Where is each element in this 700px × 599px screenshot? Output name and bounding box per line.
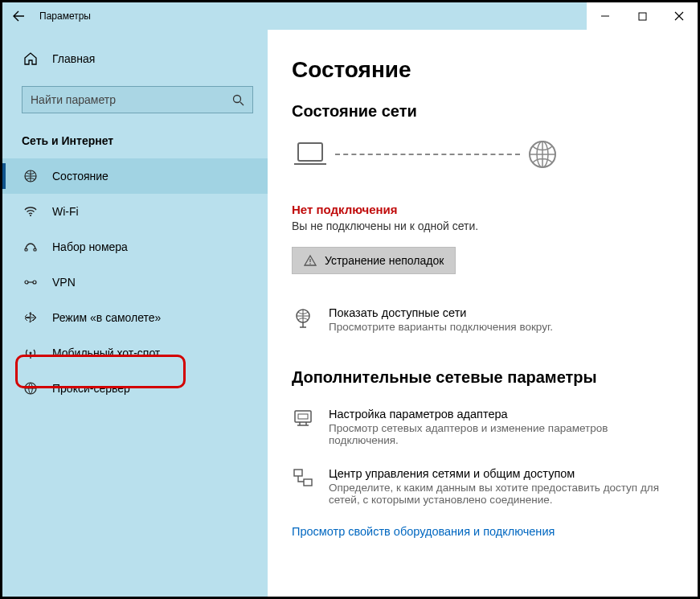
sharing-center-action[interactable]: Центр управления сетями и общим доступом… <box>292 467 673 506</box>
status-section-title: Состояние сети <box>292 102 673 121</box>
show-networks-desc: Просмотрите варианты подключения вокруг. <box>329 321 553 333</box>
back-button[interactable] <box>2 2 35 30</box>
svg-rect-17 <box>294 470 302 476</box>
troubleshoot-label: Устранение неполадок <box>325 254 444 267</box>
sidebar-item-airplane[interactable]: Режим «в самолете» <box>2 300 268 335</box>
internet-globe-icon <box>526 138 559 170</box>
no-connection-sub: Вы не подключены ни к одной сети. <box>292 219 673 232</box>
titlebar: Параметры <box>2 2 698 30</box>
close-button[interactable] <box>661 2 698 30</box>
svg-rect-0 <box>639 13 646 20</box>
network-diagram <box>292 138 673 170</box>
adapter-settings-action[interactable]: Настройка параметров адаптера Просмотр с… <box>292 408 673 446</box>
sidebar-item-label: Мобильный хот-спот <box>52 347 160 359</box>
no-connection-title: Нет подключения <box>292 203 673 216</box>
svg-point-3 <box>30 215 31 216</box>
maximize-button[interactable] <box>624 2 661 30</box>
search-input[interactable] <box>31 93 231 106</box>
show-networks-icon <box>292 306 319 333</box>
sidebar-item-label: Режим «в самолете» <box>52 311 161 324</box>
page-title: Состояние <box>292 57 673 83</box>
svg-rect-18 <box>304 479 312 486</box>
warning-icon <box>304 254 317 267</box>
sidebar-home[interactable]: Главная <box>2 44 268 73</box>
advanced-section-title: Дополнительные сетевые параметры <box>292 368 673 387</box>
back-arrow-icon <box>12 10 25 23</box>
adapter-title: Настройка параметров адаптера <box>329 408 673 421</box>
sidebar-home-label: Главная <box>52 52 95 65</box>
dialup-icon <box>22 240 39 254</box>
svg-point-7 <box>33 281 36 284</box>
svg-rect-10 <box>298 143 322 161</box>
sidebar-item-label: Состояние <box>52 170 108 183</box>
svg-point-6 <box>25 281 28 284</box>
sidebar: Главная Сеть и Интернет Состояние <box>2 30 268 597</box>
globe-icon <box>22 169 39 183</box>
proxy-icon <box>22 381 39 396</box>
show-networks-title: Показать доступные сети <box>329 306 553 319</box>
svg-point-13 <box>309 263 311 265</box>
main-content: Состояние Состояние сети Нет подключения… <box>268 30 698 597</box>
sidebar-item-wifi[interactable]: Wi-Fi <box>2 194 268 229</box>
hardware-properties-link[interactable]: Просмотр свойств оборудования и подключе… <box>292 525 673 538</box>
sidebar-item-label: Прокси-сервер <box>52 382 130 395</box>
sharing-desc: Определите, к каким данным вы хотите пре… <box>329 482 673 506</box>
svg-rect-4 <box>25 248 27 251</box>
vpn-icon <box>22 275 39 289</box>
minimize-button[interactable] <box>587 2 624 30</box>
sidebar-item-label: Набор номера <box>52 240 128 253</box>
laptop-icon <box>292 140 329 169</box>
adapter-desc: Просмотр сетевых адаптеров и изменение п… <box>329 422 673 446</box>
search-icon <box>231 93 244 106</box>
sidebar-item-vpn[interactable]: VPN <box>2 265 268 300</box>
sidebar-section-title: Сеть и Интернет <box>22 134 268 147</box>
adapter-icon <box>292 408 319 446</box>
window-title: Параметры <box>39 10 91 22</box>
hotspot-icon <box>22 346 39 360</box>
home-icon <box>22 51 39 66</box>
window-controls <box>587 2 698 30</box>
sidebar-item-label: Wi-Fi <box>52 205 79 218</box>
sharing-title: Центр управления сетями и общим доступом <box>329 467 673 480</box>
sidebar-item-label: VPN <box>52 276 76 289</box>
sidebar-item-dialup[interactable]: Набор номера <box>2 229 268 265</box>
svg-rect-5 <box>34 248 36 251</box>
sidebar-item-proxy[interactable]: Прокси-сервер <box>2 371 268 406</box>
search-box[interactable] <box>22 86 253 113</box>
connection-line <box>335 154 520 155</box>
svg-rect-16 <box>298 414 308 419</box>
sidebar-item-hotspot[interactable]: Мобильный хот-спот <box>2 335 268 371</box>
svg-rect-15 <box>295 411 311 422</box>
troubleshoot-button[interactable]: Устранение неполадок <box>292 247 456 274</box>
sharing-icon <box>292 467 319 506</box>
sidebar-item-status[interactable]: Состояние <box>2 158 268 194</box>
show-networks-action[interactable]: Показать доступные сети Просмотрите вари… <box>292 306 673 333</box>
airplane-icon <box>22 310 39 325</box>
sidebar-nav: Состояние Wi-Fi Набор номера <box>2 158 268 406</box>
svg-point-1 <box>234 96 241 103</box>
wifi-icon <box>22 204 39 219</box>
